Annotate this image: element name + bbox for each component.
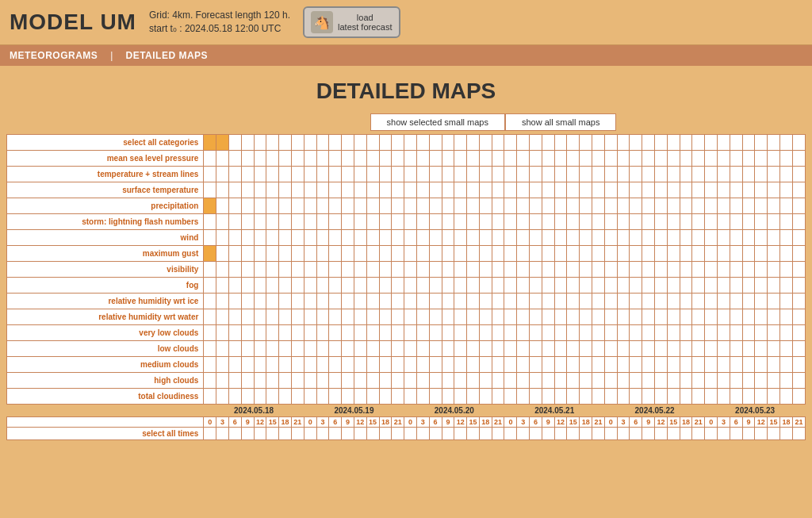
select-time-cell[interactable] [241, 428, 254, 440]
grid-cell[interactable] [279, 262, 292, 278]
select-time-cell[interactable] [680, 428, 692, 440]
grid-cell[interactable] [692, 373, 705, 389]
grid-cell[interactable] [304, 198, 316, 214]
grid-cell[interactable] [567, 325, 580, 341]
grid-cell[interactable] [617, 230, 630, 246]
grid-cell[interactable] [554, 389, 567, 405]
select-time-cell[interactable] [442, 428, 454, 440]
select-time-cell[interactable] [228, 428, 241, 440]
grid-cell[interactable] [467, 151, 480, 167]
grid-cell[interactable] [792, 135, 805, 151]
grid-cell[interactable] [580, 389, 592, 405]
grid-cell[interactable] [429, 151, 442, 167]
grid-cell[interactable] [454, 135, 467, 151]
grid-cell[interactable] [504, 309, 517, 325]
grid-cell[interactable] [642, 151, 655, 167]
grid-cell[interactable] [454, 325, 467, 341]
grid-cell[interactable] [392, 135, 404, 151]
grid-cell[interactable] [680, 294, 692, 309]
grid-cell[interactable] [342, 262, 354, 278]
grid-cell[interactable] [429, 389, 442, 405]
grid-cell[interactable] [655, 262, 668, 278]
grid-cell[interactable] [504, 262, 517, 278]
grid-cell[interactable] [416, 278, 429, 294]
grid-cell[interactable] [366, 246, 379, 262]
grid-cell[interactable] [680, 135, 692, 151]
grid-cell[interactable] [567, 230, 580, 246]
grid-cell[interactable] [755, 167, 768, 182]
grid-cell[interactable] [429, 278, 442, 294]
time-cell[interactable]: 18 [580, 417, 592, 428]
grid-cell[interactable] [329, 309, 342, 325]
grid-cell[interactable] [392, 357, 404, 373]
nav-meteorograms[interactable]: METEOROGRAMS [10, 50, 98, 61]
grid-cell[interactable] [705, 214, 718, 230]
grid-cell[interactable] [291, 230, 304, 246]
grid-cell[interactable] [730, 246, 742, 262]
grid-cell[interactable] [755, 182, 768, 198]
grid-cell[interactable] [416, 230, 429, 246]
grid-cell[interactable] [241, 278, 254, 294]
grid-cell[interactable] [329, 214, 342, 230]
time-cell[interactable]: 18 [479, 417, 492, 428]
grid-cell[interactable] [216, 309, 229, 325]
grid-cell[interactable] [254, 214, 266, 230]
grid-cell[interactable] [354, 230, 366, 246]
grid-cell[interactable] [780, 357, 793, 373]
grid-cell[interactable] [416, 135, 429, 151]
grid-cell[interactable] [755, 357, 768, 373]
grid-cell[interactable] [316, 309, 329, 325]
grid-cell[interactable] [542, 341, 554, 357]
grid-cell[interactable] [254, 373, 266, 389]
grid-cell[interactable] [718, 278, 730, 294]
grid-cell[interactable] [705, 389, 718, 405]
grid-cell[interactable] [279, 167, 292, 182]
select-time-cell[interactable] [517, 428, 530, 440]
grid-cell[interactable] [479, 294, 492, 309]
grid-cell[interactable] [742, 278, 755, 294]
grid-cell[interactable] [354, 198, 366, 214]
grid-cell[interactable] [329, 325, 342, 341]
grid-cell[interactable] [392, 246, 404, 262]
grid-cell[interactable] [592, 278, 605, 294]
grid-cell[interactable] [542, 278, 554, 294]
grid-cell[interactable] [216, 278, 229, 294]
grid-cell[interactable] [416, 167, 429, 182]
grid-cell[interactable] [342, 341, 354, 357]
grid-cell[interactable] [742, 167, 755, 182]
grid-cell[interactable] [492, 230, 504, 246]
grid-cell[interactable] [467, 389, 480, 405]
grid-cell[interactable] [580, 357, 592, 373]
grid-cell[interactable] [204, 262, 216, 278]
grid-cell[interactable] [467, 373, 480, 389]
grid-cell[interactable] [718, 246, 730, 262]
grid-cell[interactable] [404, 278, 417, 294]
grid-cell[interactable] [379, 341, 392, 357]
grid-cell[interactable] [780, 262, 793, 278]
grid-cell[interactable] [592, 325, 605, 341]
grid-cell[interactable] [742, 182, 755, 198]
grid-cell[interactable] [279, 278, 292, 294]
grid-cell[interactable] [342, 309, 354, 325]
grid-cell[interactable] [755, 373, 768, 389]
grid-cell[interactable] [542, 246, 554, 262]
grid-cell[interactable] [680, 341, 692, 357]
grid-cell[interactable] [442, 373, 454, 389]
grid-cell[interactable] [228, 294, 241, 309]
grid-cell[interactable] [554, 341, 567, 357]
grid-cell[interactable] [479, 262, 492, 278]
grid-cell[interactable] [266, 389, 279, 405]
select-time-cell[interactable] [354, 428, 366, 440]
grid-cell[interactable] [479, 341, 492, 357]
grid-cell[interactable] [316, 182, 329, 198]
grid-cell[interactable] [204, 373, 216, 389]
grid-cell[interactable] [492, 341, 504, 357]
select-time-cell[interactable] [792, 428, 805, 440]
time-cell[interactable]: 18 [279, 417, 292, 428]
grid-cell[interactable] [254, 167, 266, 182]
time-cell[interactable]: 3 [316, 417, 329, 428]
grid-cell[interactable] [542, 373, 554, 389]
grid-cell[interactable] [216, 182, 229, 198]
grid-cell[interactable] [354, 167, 366, 182]
grid-cell[interactable] [567, 309, 580, 325]
